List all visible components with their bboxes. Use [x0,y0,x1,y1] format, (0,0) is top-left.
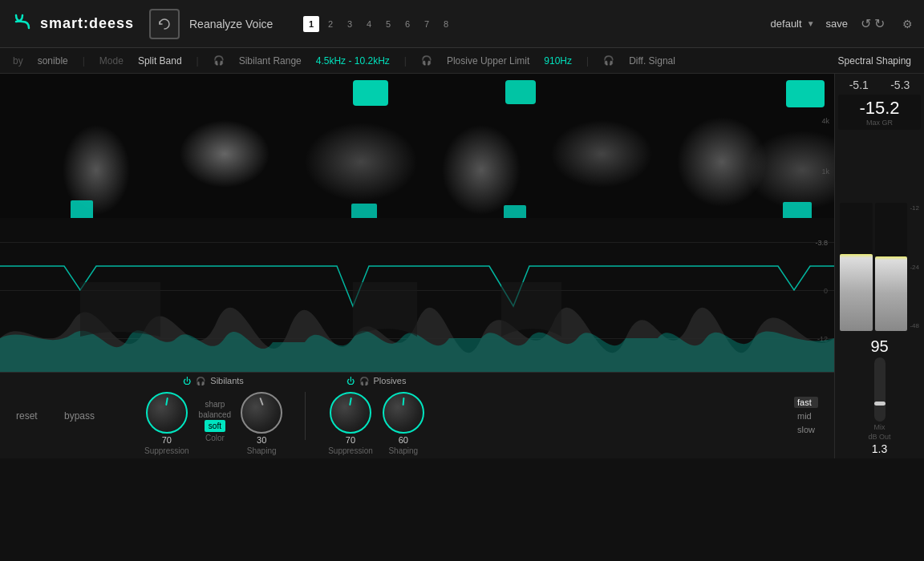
reanalyze-button[interactable] [149,9,180,39]
db-out-value: 1.3 [872,442,887,455]
main-visualizer: 4k 1k -3.8 0 -12 -24 -24 [0,74,834,458]
preset-numbers: 1 2 3 4 5 6 7 8 [303,16,454,32]
sibilant-suppression-knob[interactable] [146,392,188,434]
sibilant-headphone-icon[interactable]: 🎧 [213,55,225,66]
preset-1[interactable]: 1 [303,16,319,32]
color-balanced[interactable]: balanced [199,410,232,420]
logo-area: smart:deess [11,10,140,38]
sibilants-power-icon[interactable]: ⏻ [183,377,191,385]
preset-4[interactable]: 4 [361,16,377,32]
db-left-value: -5.1 [849,79,869,91]
mix-slider[interactable] [874,357,886,422]
save-button[interactable]: save [826,18,848,30]
preset-3[interactable]: 3 [342,16,358,32]
settings-button[interactable]: ⚙ [902,18,913,30]
preset-7[interactable]: 7 [419,16,435,32]
knob-indicator-3 [349,398,352,406]
spectral-shaping-label[interactable]: Spectral Shaping [838,55,911,67]
preset-name-area: default ▼ save ↺ ↻ ⚙ [771,16,913,31]
right-panel: -5.1 -5.3 -15.2 Max GR -12 -24 -48 [834,74,924,458]
preset-6[interactable]: 6 [399,16,415,32]
color-sharp[interactable]: sharp [205,399,225,410]
speed-mid[interactable]: mid [794,410,818,422]
db-right-value: -5.3 [890,79,910,91]
undo-redo: ↺ ↻ [861,16,885,31]
top-bar: smart:deess Reanalyze Voice 1 2 3 4 5 6 … [0,0,924,48]
mix-section: 95 Mix dB Out 1.3 [835,334,924,458]
color-soft[interactable]: soft [205,420,225,432]
meter-db-labels: -12 -24 -48 [910,203,919,331]
output-meters-header: -5.1 -5.3 [835,74,924,93]
reset-button[interactable]: reset [16,410,48,422]
knob-indicator [165,398,168,406]
plosives-label: Plosives [374,376,407,385]
sibilants-header: ⏻ 🎧 Sibilants [183,376,244,385]
gr-value: -15.2 [845,98,914,119]
plosives-power-icon[interactable]: ⏻ [346,377,355,385]
freq-label-1k: 1k [821,167,829,176]
redo-button[interactable]: ↻ [874,16,885,31]
sibilant-range-label: Sibilant Range [239,55,302,67]
db-out-label: dB Out [868,433,890,441]
sibilant-suppression-knob-wrap: 70 Suppression [144,392,189,455]
cyan-blob-1 [353,80,388,106]
sibilant-shaping-knob-wrap: 30 Shaping [241,392,282,455]
plosive-suppression-knob[interactable] [330,392,371,434]
plosives-headphone-icon[interactable]: 🎧 [359,377,369,385]
meter-fill-left [840,254,873,331]
sibilant-marker-1 [71,200,93,218]
color-options[interactable]: sharp balanced soft [199,399,232,432]
sibilant-suppression-value: 70 [162,435,172,445]
plosive-shaping-knob-wrap: 60 Shaping [383,392,424,455]
cyan-blob-2 [505,80,536,104]
sibilant-suppression-label: Suppression [144,446,189,455]
color-selector: sharp balanced soft Color [199,399,232,442]
preset-8[interactable]: 8 [438,16,454,32]
sibilant-marker-2 [351,204,377,218]
undo-button[interactable]: ↺ [861,16,871,31]
plosives-knobs: 70 Suppression 60 Shaping [328,392,424,455]
preset-5[interactable]: 5 [380,16,396,32]
logo-icon [11,10,34,38]
sibilant-marker-4 [783,202,812,218]
db-tick-minus48: -48 [910,322,919,329]
meter-bar-right [875,203,908,331]
plosive-shaping-label: Shaping [388,446,418,455]
separator-1 [305,392,306,440]
sibilants-headphone-icon[interactable]: 🎧 [196,377,205,385]
sibilant-marker-3 [504,205,526,218]
mode-label: Mode [99,55,124,67]
speed-slow[interactable]: slow [794,424,818,435]
brand-label: sonible [38,55,68,67]
diff-headphone-icon[interactable]: 🎧 [603,55,614,66]
sibilant-shaping-knob[interactable] [241,392,282,434]
sibilant-shaping-value: 30 [257,435,266,445]
diff-signal-label[interactable]: Diff. Signal [629,55,675,67]
bypass-button[interactable]: bypass [64,410,96,422]
db-tick-minus24: -24 [910,264,919,271]
spectrogram-background [0,74,834,218]
plosive-label: Plosive Upper Limit [447,55,529,67]
viz-wrapper: 4k 1k -3.8 0 -12 -24 -24 [0,74,924,458]
gr-display: -15.2 Max GR [838,95,921,130]
meter-fill-right [875,256,908,331]
plosive-suppression-value: 70 [346,435,355,445]
preset-2[interactable]: 2 [322,16,338,32]
db-tick-minus12: -12 [910,204,919,212]
plosives-section: ⏻ 🎧 Plosives 70 Suppression [328,376,424,455]
second-bar: by sonible | Mode Split Band | 🎧 Sibilan… [0,48,924,74]
plosive-suppression-label: Suppression [328,446,373,455]
spectrogram: 4k 1k [0,74,834,218]
preset-dropdown-arrow[interactable]: ▼ [807,19,815,28]
knob-indicator-4 [402,398,404,406]
logo-text-normal: smart:de [40,15,107,31]
cyan-blob-3 [786,80,825,107]
speed-fast[interactable]: fast [794,397,818,408]
meter-bars: -12 -24 -48 [835,131,924,334]
mix-label: Mix [874,423,886,431]
color-label: Color [205,434,225,442]
mode-value[interactable]: Split Band [138,55,182,67]
plosive-shaping-knob[interactable] [383,392,424,434]
logo-text-bold: ess [107,15,134,31]
plosive-headphone-icon[interactable]: 🎧 [421,55,432,66]
